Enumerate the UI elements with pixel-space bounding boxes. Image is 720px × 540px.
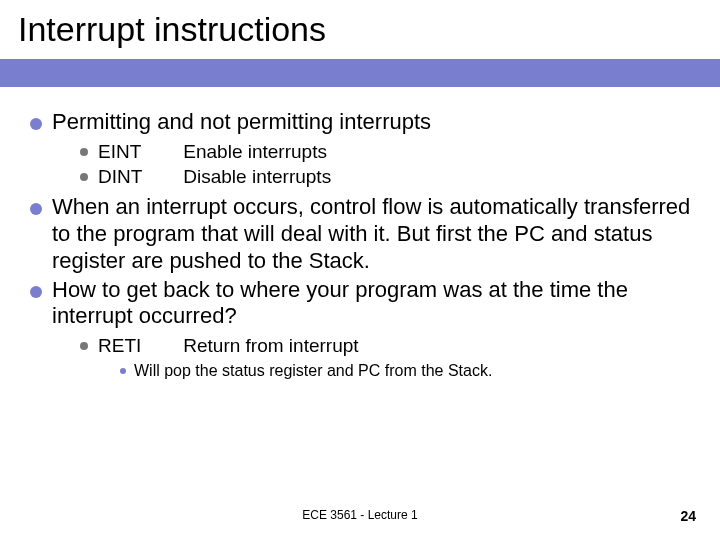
- bullet-3a: RETI Return from interrupt: [80, 334, 692, 357]
- bullet-3a-sub: Will pop the status register and PC from…: [120, 361, 692, 381]
- bullet-3a1-text: Will pop the status register and PC from…: [134, 361, 492, 381]
- bullet-3-sub: RETI Return from interrupt: [80, 334, 692, 357]
- desc-eint: Enable interrupts: [183, 141, 327, 162]
- bullet-2: When an interrupt occurs, control flow i…: [30, 194, 692, 274]
- mnemonic-reti: RETI: [98, 334, 178, 357]
- bullet-icon: [80, 148, 88, 156]
- bullet-icon: [80, 342, 88, 350]
- bullet-1: Permitting and not permitting interrupts…: [30, 109, 692, 188]
- bullet-1-text: Permitting and not permitting interrupts: [52, 109, 692, 136]
- bullet-1a: EINT Enable interrupts: [80, 140, 692, 163]
- bullet-icon: [30, 203, 42, 215]
- bullet-2-text: When an interrupt occurs, control flow i…: [52, 194, 692, 274]
- bullet-3a-text: RETI Return from interrupt: [98, 334, 359, 357]
- bullet-3: How to get back to where your program wa…: [30, 277, 692, 381]
- bullet-3a1: Will pop the status register and PC from…: [120, 361, 692, 381]
- bullet-icon: [30, 286, 42, 298]
- accent-band: [0, 59, 720, 87]
- desc-reti: Return from interrupt: [183, 335, 358, 356]
- footer-text: ECE 3561 - Lecture 1: [0, 508, 720, 522]
- slide-title: Interrupt instructions: [18, 10, 702, 49]
- bullet-3-text: How to get back to where your program wa…: [52, 277, 692, 331]
- bullet-icon: [30, 118, 42, 130]
- mnemonic-dint: DINT: [98, 165, 178, 188]
- bullet-1-sub: EINT Enable interrupts DINT Disable inte…: [80, 140, 692, 188]
- bullet-1a-text: EINT Enable interrupts: [98, 140, 327, 163]
- mnemonic-eint: EINT: [98, 140, 178, 163]
- page-number: 24: [680, 508, 696, 524]
- bullet-1b-text: DINT Disable interrupts: [98, 165, 331, 188]
- bullet-icon: [80, 173, 88, 181]
- desc-dint: Disable interrupts: [183, 166, 331, 187]
- bullet-icon: [120, 368, 126, 374]
- bullet-1b: DINT Disable interrupts: [80, 165, 692, 188]
- content-area: Permitting and not permitting interrupts…: [0, 87, 720, 540]
